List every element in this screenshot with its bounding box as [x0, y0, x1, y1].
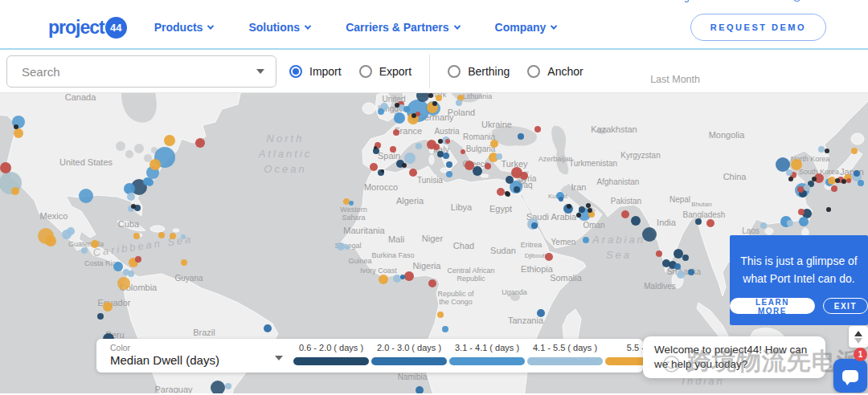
arrow-up-icon[interactable] — [854, 331, 862, 336]
port-dot[interactable] — [131, 204, 136, 209]
port-dot[interactable] — [337, 242, 345, 250]
port-dot[interactable] — [677, 271, 685, 279]
port-dot[interactable] — [11, 187, 19, 195]
port-dot[interactable] — [442, 326, 448, 332]
login-link[interactable]: Login — [674, 0, 697, 2]
legend-metric-selector[interactable]: Color Median Dwell (days) — [110, 343, 219, 367]
port-dot[interactable] — [485, 163, 491, 169]
port-dot[interactable] — [400, 275, 405, 279]
port-dot[interactable] — [170, 233, 176, 239]
port-dot[interactable] — [706, 219, 714, 227]
port-dot[interactable] — [395, 103, 399, 108]
contact-link[interactable]: Contact Us — [721, 0, 768, 2]
port-dot[interactable] — [791, 159, 802, 170]
import-radio-button[interactable] — [289, 65, 302, 78]
search-box[interactable] — [6, 55, 276, 88]
port-dot[interactable] — [631, 216, 641, 226]
port-dot[interactable] — [113, 262, 123, 271]
nav-item-company[interactable]: Company — [495, 21, 557, 34]
port-dot[interactable] — [465, 161, 474, 170]
search-dropdown-caret-icon[interactable] — [256, 69, 264, 74]
port-dot[interactable] — [520, 172, 528, 180]
port-dot[interactable] — [404, 271, 414, 281]
port-dot[interactable] — [127, 193, 135, 201]
port-dot[interactable] — [409, 169, 417, 177]
port-dot[interactable] — [445, 139, 450, 144]
port-dot[interactable] — [835, 178, 840, 183]
port-dot[interactable] — [128, 271, 134, 277]
exit-button[interactable]: EXIT — [823, 298, 868, 314]
port-dot[interactable] — [158, 232, 165, 238]
port-dot[interactable] — [374, 146, 377, 149]
port-dot[interactable] — [674, 263, 681, 270]
port-dot[interactable] — [67, 227, 75, 235]
port-dot[interactable] — [621, 210, 629, 218]
radio-export[interactable]: Export — [359, 65, 411, 78]
port-dot[interactable] — [97, 313, 104, 320]
port-dot[interactable] — [195, 138, 205, 148]
port-dot[interactable] — [588, 208, 592, 213]
chat-launcher-button[interactable] — [833, 359, 867, 393]
port-dot[interactable] — [826, 207, 831, 212]
port-dot[interactable] — [402, 163, 407, 168]
port-dot[interactable] — [787, 220, 793, 226]
anchor-radio-button[interactable] — [527, 65, 540, 78]
port-dot[interactable] — [225, 383, 231, 389]
port-dot[interactable] — [567, 204, 571, 209]
port-dot[interactable] — [841, 179, 846, 184]
port-dot[interactable] — [14, 124, 18, 129]
port-dot[interactable] — [545, 253, 553, 261]
port-dot[interactable] — [79, 189, 93, 203]
port-dot[interactable] — [403, 106, 410, 112]
port-dot[interactable] — [506, 192, 510, 197]
port-dot[interactable] — [437, 151, 444, 157]
learn-more-button[interactable]: LEARN MORE — [730, 298, 815, 314]
port-dot[interactable] — [437, 312, 444, 318]
port-dot[interactable] — [164, 135, 175, 146]
port-dot[interactable] — [428, 279, 436, 287]
port-dot[interactable] — [81, 247, 88, 254]
port-dot[interactable] — [788, 177, 793, 181]
port-dot[interactable] — [760, 222, 767, 229]
port-dot[interactable] — [124, 183, 135, 194]
radio-import[interactable]: Import — [289, 65, 342, 78]
port-dot[interactable] — [473, 166, 482, 176]
port-dot[interactable] — [846, 178, 851, 183]
port-dot[interactable] — [682, 255, 689, 261]
port-dot[interactable] — [181, 234, 186, 239]
port-dot[interactable] — [394, 112, 405, 124]
port-dot[interactable] — [91, 240, 99, 248]
port-dot[interactable] — [490, 140, 498, 148]
port-dot[interactable] — [381, 169, 384, 173]
export-radio-button[interactable] — [359, 65, 372, 78]
port-dot[interactable] — [416, 386, 424, 393]
nav-item-solutions[interactable]: Solutions — [248, 21, 310, 34]
port-dot[interactable] — [786, 169, 792, 176]
radio-anchor[interactable]: Anchor — [527, 65, 583, 78]
port-dot[interactable] — [854, 170, 860, 177]
port-dot[interactable] — [345, 245, 350, 250]
port-dot[interactable] — [818, 146, 825, 153]
port-dot[interactable] — [798, 209, 805, 215]
port-dot[interactable] — [828, 177, 836, 185]
port-dot[interactable] — [799, 217, 809, 226]
port-dot[interactable] — [586, 203, 591, 208]
port-dot[interactable] — [579, 206, 585, 213]
port-dot[interactable] — [688, 269, 694, 275]
port-dot[interactable] — [812, 177, 817, 181]
port-dot[interactable] — [695, 218, 702, 225]
port-dot[interactable] — [858, 180, 864, 186]
port-dot[interactable] — [438, 139, 443, 144]
port-dot[interactable] — [674, 249, 683, 259]
port-dot[interactable] — [446, 161, 452, 168]
chat-greeting-popup[interactable]: Welcome to project44! How can we help yo… — [643, 336, 825, 378]
port-dot[interactable] — [390, 146, 396, 153]
port-dot[interactable] — [379, 275, 388, 284]
nav-item-carriers-partners[interactable]: Carriers & Partners — [346, 21, 459, 34]
project44-logo[interactable]: project 44 — [48, 17, 127, 39]
port-dot[interactable] — [506, 176, 514, 184]
radio-berthing[interactable]: Berthing — [448, 65, 510, 78]
port-dot[interactable] — [804, 185, 810, 191]
port-dot[interactable] — [14, 128, 23, 138]
port-dot[interactable] — [831, 185, 837, 192]
